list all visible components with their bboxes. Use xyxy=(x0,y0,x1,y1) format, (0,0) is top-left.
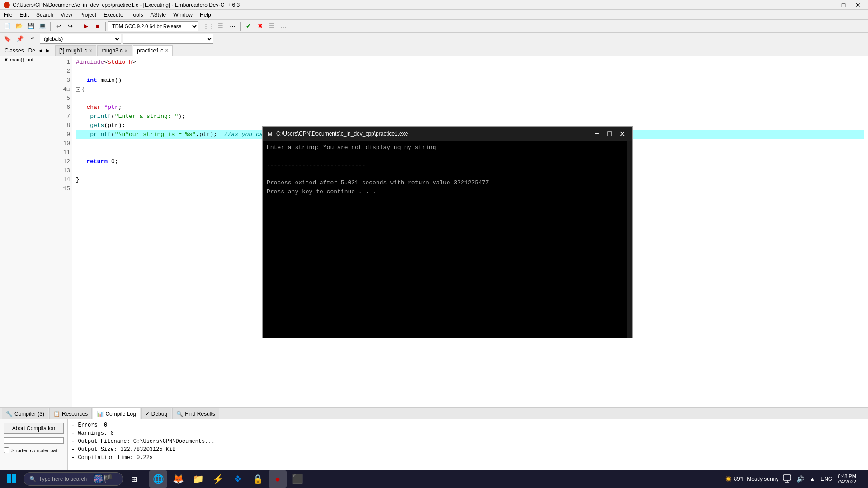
language-indicator[interactable]: ENG xyxy=(820,475,833,483)
menu-edit[interactable]: Edit xyxy=(16,11,33,19)
console-minimize-button[interactable]: − xyxy=(590,127,603,140)
nav-next[interactable]: ▶ xyxy=(44,47,52,54)
menu-view[interactable]: View xyxy=(57,11,76,19)
menu-search[interactable]: Search xyxy=(33,11,57,19)
sidebar: ▼ main() : int xyxy=(0,56,54,407)
bookmark2-button[interactable]: 📌 xyxy=(14,33,25,44)
toolbar1: 📄 📂 💾 💻 ↩ ↪ ▶ ■ TDM-GCC 9.2.0 64-bit Rel… xyxy=(0,20,868,33)
compile-log-tab-label: Compile Log xyxy=(105,411,136,417)
taskbar-terminal-button[interactable]: ⬛ xyxy=(288,470,307,488)
clock-date: 7/4/2022 xyxy=(837,479,856,484)
edge-icon: 🌐 xyxy=(153,474,164,484)
explorer-icon: 📁 xyxy=(193,474,204,484)
search-placeholder: Type here to search xyxy=(39,476,87,482)
abort-compilation-button[interactable]: Abort Compilation xyxy=(4,423,64,434)
language-text: ENG xyxy=(821,476,832,482)
taskbar-devpp-button[interactable]: ● xyxy=(269,470,287,488)
compiler-select[interactable]: TDM-GCC 9.2.0 64-bit Release xyxy=(108,21,198,31)
stop-button[interactable]: ■ xyxy=(92,21,103,32)
close-button[interactable]: ✕ xyxy=(852,0,864,10)
bookmark3-button[interactable]: 🏳 xyxy=(27,33,38,44)
shorten-compiler-checkbox[interactable] xyxy=(4,447,9,453)
compile-run-button[interactable]: ▶ xyxy=(80,21,91,32)
minimize-button[interactable]: − xyxy=(823,0,835,10)
svg-rect-2 xyxy=(7,479,11,483)
menu-tools[interactable]: Tools xyxy=(127,11,147,19)
sep1 xyxy=(50,22,51,31)
taskbar-vscode-button[interactable]: ⚡ xyxy=(209,470,227,488)
function-select[interactable] xyxy=(123,34,213,44)
log-line-3: - Output Filename: C:\Users\CPN\Document… xyxy=(71,437,864,446)
menu-help[interactable]: Help xyxy=(196,11,215,19)
maximize-button[interactable]: □ xyxy=(837,0,850,10)
grid-view-button[interactable]: ⋮⋮ xyxy=(203,21,214,32)
scope-select[interactable]: (globals) xyxy=(40,34,121,44)
console-output-6: Press any key to continue . . . xyxy=(267,188,623,197)
save-button[interactable]: 💾 xyxy=(25,21,36,32)
tab-practice1-close[interactable]: ✕ xyxy=(165,48,169,53)
sidebar-item-main[interactable]: ▼ main() : int xyxy=(0,56,54,63)
debug-button[interactable]: ☰ xyxy=(266,21,277,32)
taskbar-explorer-button[interactable]: 📁 xyxy=(189,470,207,488)
log-line-5: - Compilation Time: 0.22s xyxy=(71,454,864,462)
breakpoints-button[interactable]: ⋯ xyxy=(227,21,238,32)
menu-project[interactable]: Project xyxy=(76,11,100,19)
open-file-button[interactable]: 📂 xyxy=(14,21,24,32)
tab-rough3[interactable]: rough3.c ✕ xyxy=(97,45,132,56)
network-icon[interactable] xyxy=(782,474,792,485)
console-close-button[interactable]: ✕ xyxy=(616,127,628,140)
show-desktop-button[interactable] xyxy=(860,470,863,488)
tab-compiler[interactable]: 🔧 Compiler (3) xyxy=(2,408,48,419)
vscode-icon: ⚡ xyxy=(212,474,224,484)
tab-find-results[interactable]: 🔍 Find Results xyxy=(172,408,219,419)
list-view-button[interactable]: ☰ xyxy=(215,21,226,32)
menu-window[interactable]: Window xyxy=(170,11,196,19)
tab-practice1[interactable]: practice1.c ✕ xyxy=(133,45,173,56)
bookmark-button[interactable]: 🔖 xyxy=(2,33,13,44)
editor-container[interactable]: 1 2 3 4☐ 5 6 7 8 9 10 11 12 13 14 15 #in… xyxy=(54,56,868,407)
classes-label[interactable]: Classes xyxy=(2,47,27,54)
clock[interactable]: 6:48 PM 7/4/2022 xyxy=(837,474,856,484)
tab-compile-log[interactable]: 📊 Compile Log xyxy=(93,408,140,419)
search-bar[interactable]: 🔍 Type here to search 🎆🏴 xyxy=(24,472,123,486)
taskbar-dropbox-button[interactable]: ❖ xyxy=(229,470,247,488)
taskbar-vpn-button[interactable]: 🔒 xyxy=(249,470,267,488)
include-keyword: #include xyxy=(76,58,104,67)
console-scrollbar[interactable] xyxy=(627,141,632,338)
toolbar2: 🔖 📌 🏳 (globals) xyxy=(0,33,868,45)
start-button[interactable] xyxy=(2,470,22,488)
new-file-button[interactable]: 📄 xyxy=(2,21,13,32)
menu-astyle[interactable]: AStyle xyxy=(147,11,170,19)
menu-execute[interactable]: Execute xyxy=(100,11,127,19)
tab-rough3-close[interactable]: ✕ xyxy=(124,48,128,53)
debug2-button[interactable]: … xyxy=(278,21,289,32)
console-title: C:\Users\CPN\Documents\c_in_dev_cpp\prac… xyxy=(276,131,408,137)
taskbar-edge-button[interactable]: 🌐 xyxy=(149,470,167,488)
line-num-2: 2 xyxy=(54,67,72,76)
sidebar-expand-icon: ▼ xyxy=(4,57,9,62)
menu-file[interactable]: File xyxy=(0,11,16,19)
undo-button[interactable]: ↩ xyxy=(53,21,64,32)
taskbar-firefox-button[interactable]: 🦊 xyxy=(169,470,187,488)
tab-rough1[interactable]: [*] rough1.c ✕ xyxy=(55,45,96,56)
line-num-1: 1 xyxy=(54,58,72,67)
redo-button[interactable]: ↪ xyxy=(65,21,75,32)
console-maximize-button[interactable]: □ xyxy=(603,127,616,140)
show-hidden-icons-button[interactable]: ▲ xyxy=(809,475,816,483)
taskview-button[interactable]: ⊞ xyxy=(125,470,143,488)
cancel-button[interactable]: ✖ xyxy=(255,21,265,32)
tab-resources[interactable]: 📋 Resources xyxy=(49,408,92,419)
tab-rough1-close[interactable]: ✕ xyxy=(89,48,92,53)
debug-tab-icon: ✔ xyxy=(145,411,150,417)
fold-indicator-4[interactable]: - xyxy=(76,87,80,92)
check-button[interactable]: ✔ xyxy=(243,21,254,32)
volume-icon[interactable]: 🔊 xyxy=(796,474,805,483)
save-all-button[interactable]: 💻 xyxy=(37,21,48,32)
code-line-3: int main() xyxy=(76,76,864,85)
tab-debug[interactable]: ✔ Debug xyxy=(141,408,171,419)
nav-prev[interactable]: ◀ xyxy=(37,47,44,54)
de-label[interactable]: De xyxy=(27,47,37,54)
flag-emoji: 🎆🏴 xyxy=(93,474,113,484)
find-results-tab-icon: 🔍 xyxy=(176,411,183,417)
weather-widget[interactable]: ☀️ 89°F Mostly sunny xyxy=(725,476,778,482)
